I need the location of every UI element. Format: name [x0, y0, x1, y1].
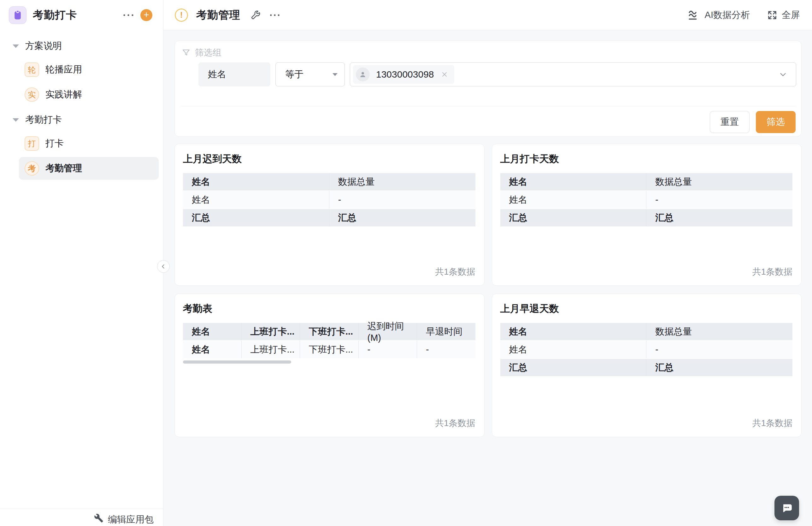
fullscreen-button[interactable]: 全屏	[767, 9, 800, 21]
main-area: ! 考勤管理 AI数据分析	[163, 0, 812, 526]
sidebar-item-label: 实践讲解	[45, 88, 82, 101]
page-header: ! 考勤管理 AI数据分析	[163, 0, 812, 30]
sidebar: 考勤打卡 + 方案说明 轮 轮播应用 实 实践讲解 考勤打卡	[0, 0, 163, 526]
table-total-row: 汇总 汇总	[500, 359, 793, 377]
table-header-row: 姓名 数据总量	[500, 173, 793, 191]
sidebar-item-clockin[interactable]: 打 打卡	[19, 132, 159, 155]
card-title: 上月打卡天数	[500, 152, 793, 165]
summary-table: 姓名 数据总量 姓名 - 汇总 汇总	[500, 323, 793, 377]
card-early-leave-days: 上月早退天数 姓名 数据总量 姓名 - 汇总 汇总	[492, 294, 802, 437]
page-settings-wrench-icon[interactable]	[250, 10, 261, 20]
funnel-icon	[182, 48, 190, 57]
edit-app-package-label: 编辑应用包	[108, 513, 154, 526]
column-header: 早退时间	[417, 323, 475, 340]
filter-group-label: 筛选组	[195, 47, 221, 59]
table-header-row: 姓名 上班打卡... 下班打卡... 迟到时间(M) 早退时间	[183, 323, 475, 341]
ai-analysis-label: AI数据分析	[705, 9, 750, 21]
table-cell: -	[417, 341, 475, 358]
chat-bubble-button[interactable]	[774, 496, 799, 520]
sidebar-item-carousel[interactable]: 轮 轮播应用	[19, 58, 159, 81]
column-header: 迟到时间(M)	[359, 323, 417, 340]
card-title: 上月早退天数	[500, 302, 793, 315]
filter-group-header: 筛选组	[180, 48, 796, 57]
table-cell: 汇总	[329, 209, 475, 227]
record-count: 共1条数据	[183, 417, 475, 429]
page-more-icon[interactable]	[270, 14, 280, 17]
sidebar-group-attendance[interactable]: 考勤打卡	[0, 110, 163, 130]
app-title: 考勤打卡	[33, 8, 116, 23]
card-clockin-days: 上月打卡天数 姓名 数据总量 姓名 - 汇总 汇总	[492, 144, 802, 286]
expand-icon	[767, 10, 778, 20]
caret-down-icon	[13, 118, 19, 122]
attendance-mgmt-app-icon: 考	[25, 161, 39, 176]
table-cell: 汇总	[500, 209, 647, 227]
card-title: 考勤表	[183, 302, 475, 315]
summary-table: 姓名 数据总量 姓名 - 汇总 汇总	[183, 173, 475, 227]
sidebar-group-plan[interactable]: 方案说明	[0, 36, 163, 56]
table-cell: 下班打卡...	[300, 341, 359, 358]
table-header-row: 姓名 数据总量	[183, 173, 475, 191]
table-cell: 姓名	[500, 191, 647, 208]
edit-app-package-button[interactable]: 编辑应用包	[0, 509, 163, 526]
sidebar-item-label: 轮播应用	[45, 63, 82, 76]
close-icon[interactable]	[440, 70, 449, 78]
sidebar-item-attendance-mgmt[interactable]: 考 考勤管理	[19, 157, 159, 180]
filter-operator-value: 等于	[285, 68, 303, 81]
table-total-row: 汇总 汇总	[500, 209, 793, 227]
table-total-row: 汇总 汇总	[183, 209, 475, 227]
sidebar-more-icon[interactable]	[123, 14, 134, 17]
sidebar-item-label: 打卡	[45, 137, 64, 150]
add-button[interactable]: +	[140, 9, 153, 21]
card-attendance-table: 考勤表 姓名 上班打卡... 下班打卡... 迟到时间(M) 早退时间 姓名 上…	[174, 294, 484, 437]
table-row: 姓名 -	[183, 191, 475, 209]
app-window: 考勤打卡 + 方案说明 轮 轮播应用 实 实践讲解 考勤打卡	[0, 0, 812, 526]
clipboard-icon	[9, 6, 27, 24]
selected-user-chip: 13030003098	[353, 65, 454, 84]
dashboard-content: 筛选组 姓名 等于 13030003098	[163, 30, 812, 526]
table-cell: 上班打卡...	[242, 341, 300, 358]
column-header: 姓名	[183, 173, 329, 190]
carousel-app-icon: 轮	[25, 62, 39, 77]
table-cell: -	[359, 341, 417, 358]
sidebar-group-label: 考勤打卡	[25, 114, 62, 126]
filter-field-select[interactable]: 姓名	[199, 62, 270, 86]
sidebar-item-practice[interactable]: 实 实践讲解	[19, 83, 159, 106]
column-header: 数据总量	[329, 173, 475, 190]
table-cell: -	[647, 191, 793, 208]
chevron-left-icon	[160, 263, 167, 270]
column-header: 上班打卡...	[242, 323, 300, 340]
sidebar-header: 考勤打卡 +	[0, 0, 163, 30]
record-count: 共1条数据	[500, 266, 793, 278]
table-header-row: 姓名 数据总量	[500, 323, 793, 341]
table-cell: 姓名	[500, 341, 647, 358]
table-cell: -	[647, 341, 793, 358]
column-header: 数据总量	[647, 173, 793, 190]
person-icon	[356, 68, 370, 82]
table-cell: 汇总	[183, 209, 329, 227]
reset-button[interactable]: 重置	[710, 111, 750, 133]
ai-analysis-button[interactable]: AI数据分析	[687, 9, 750, 22]
column-header: 下班打卡...	[300, 323, 359, 340]
filter-operator-select[interactable]: 等于	[275, 62, 345, 86]
card-late-days: 上月迟到天数 姓名 数据总量 姓名 - 汇总 汇总	[174, 144, 484, 286]
card-title: 上月迟到天数	[183, 152, 475, 165]
table-cell: 汇总	[647, 209, 793, 227]
sidebar-nav: 方案说明 轮 轮播应用 实 实践讲解 考勤打卡 打 打卡 考 考勤管理	[0, 30, 163, 509]
sidebar-collapse-button[interactable]	[157, 260, 170, 273]
selected-user-value: 13030003098	[376, 69, 434, 80]
horizontal-scrollbar[interactable]	[183, 361, 291, 364]
table-row: 姓名 -	[500, 191, 793, 209]
chat-bubble-icon	[780, 501, 794, 515]
caret-down-icon	[13, 44, 19, 48]
filter-value-select[interactable]: 13030003098	[350, 62, 796, 86]
filter-panel: 筛选组 姓名 等于 13030003098	[174, 41, 801, 136]
column-header: 数据总量	[647, 323, 793, 340]
column-header: 姓名	[183, 323, 242, 340]
table-row: 姓名 -	[500, 341, 793, 359]
filter-submit-button[interactable]: 筛选	[756, 111, 796, 133]
cards-grid: 上月迟到天数 姓名 数据总量 姓名 - 汇总 汇总	[174, 144, 801, 437]
table-cell: 姓名	[183, 341, 242, 358]
page-title: 考勤管理	[196, 8, 241, 23]
chevron-down-icon	[778, 70, 788, 79]
sidebar-item-label: 考勤管理	[45, 162, 82, 175]
